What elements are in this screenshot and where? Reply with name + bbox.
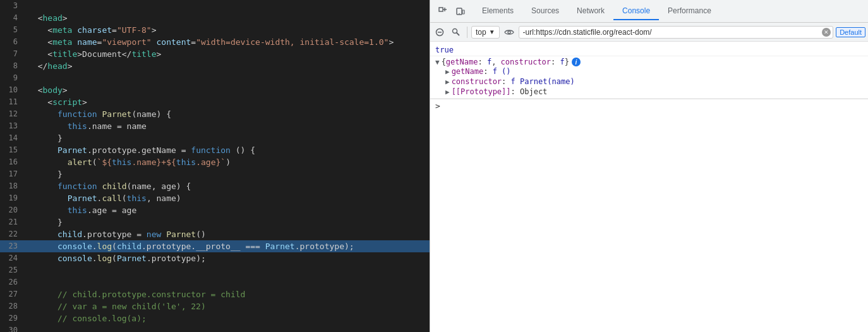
toolbar-separator [467, 27, 467, 38]
code-line: 15 Parnet.prototype.getName = function (… [0, 144, 430, 156]
devtools-tab-icons [435, 4, 468, 19]
code-line: 8 </head> [0, 60, 430, 72]
svg-point-8 [453, 28, 457, 33]
console-true-value: true [435, 46, 454, 54]
chevron-down-icon: ▼ [489, 28, 495, 35]
expand-arrow-constructor-icon[interactable] [445, 78, 450, 86]
property-key-prototype: [[Prototype]] [452, 87, 511, 96]
code-line: 18 function child(name, age) { [0, 180, 430, 192]
property-value-prototype: Object [520, 87, 547, 96]
filter-clear-button[interactable]: ✕ [822, 28, 831, 37]
code-line: 16 alert(`${this.name}+${this.age}`) [0, 156, 430, 168]
inspect-element-button[interactable] [435, 4, 450, 19]
code-editor: 3 4 <head> 5 <meta charset="UTF-8"> 6 <m… [0, 0, 430, 332]
property-key-constructor: constructor [452, 77, 502, 86]
code-line: 4 <head> [0, 12, 430, 24]
tab-performance[interactable]: Performance [659, 3, 720, 20]
svg-line-9 [457, 32, 460, 35]
object-subtree: getName : f () constructor : f Parnet(na… [435, 66, 575, 97]
code-line: 25 [0, 264, 430, 276]
info-icon[interactable]: i [572, 58, 581, 66]
code-line: 6 <meta name="viewport" content="width=d… [0, 36, 430, 48]
code-line: 11 <script> [0, 96, 430, 108]
code-line: 17 } [0, 168, 430, 180]
tab-sources[interactable]: Sources [522, 3, 568, 20]
filter-input[interactable] [519, 26, 834, 39]
code-line: 7 <title>Document</title> [0, 48, 430, 60]
code-line-highlighted: 23 console.log(child.prototype.__proto__… [0, 240, 430, 252]
code-line: 22 child.prototype = new Parnet() [0, 228, 430, 240]
code-line: 3 [0, 0, 430, 12]
property-key-getName: getName [452, 67, 484, 76]
code-line: 30 [0, 324, 430, 332]
code-line: 19 Parnet.call(this, name) [0, 192, 430, 204]
code-line: 26 [0, 276, 430, 288]
clear-console-button[interactable] [433, 25, 447, 39]
filter-input-wrap: ✕ [519, 26, 834, 39]
code-line: 21 } [0, 216, 430, 228]
console-toolbar: top ▼ ✕ Default [430, 23, 868, 42]
expand-arrow-getName-icon[interactable] [445, 68, 450, 76]
svg-rect-0 [439, 8, 443, 11]
console-entry-object: {getName: f, constructor: f} i getName :… [430, 56, 868, 99]
object-property-prototype: [[Prototype]] : Object [445, 87, 575, 97]
code-line: 29 // console.log(a); [0, 312, 430, 324]
console-output: true {getName: f, constructor: f} i getN… [430, 42, 868, 332]
context-value: top [476, 28, 486, 37]
code-lines: 3 4 <head> 5 <meta charset="UTF-8"> 6 <m… [0, 0, 430, 332]
object-header-row: {getName: f, constructor: f} i [435, 58, 581, 66]
property-value-constructor: f Parnet(name) [511, 77, 575, 86]
tab-elements[interactable]: Elements [473, 3, 522, 20]
console-chevron: > [435, 101, 440, 111]
console-input-line: > [430, 99, 868, 113]
code-line: 20 this.age = age [0, 204, 430, 216]
context-selector[interactable]: top ▼ [471, 26, 500, 39]
svg-rect-4 [462, 10, 464, 14]
svg-point-5 [459, 13, 460, 14]
code-line: 24 console.log(Parnet.prototype); [0, 252, 430, 264]
devtools-panel: Elements Sources Network Console Perform… [430, 0, 868, 332]
device-toolbar-button[interactable] [453, 4, 468, 19]
object-property-getName: getName : f () [445, 66, 575, 77]
console-input[interactable] [444, 102, 863, 111]
console-entry-true: true [430, 44, 868, 56]
expand-arrow-prototype-icon[interactable] [445, 88, 450, 96]
expand-arrow-icon[interactable] [435, 58, 440, 66]
devtools-tab-bar: Elements Sources Network Console Perform… [430, 0, 868, 23]
filter-button[interactable] [449, 25, 463, 39]
code-line: 12 function Parnet(name) { [0, 108, 430, 120]
code-line: 13 this.name = name [0, 120, 430, 132]
code-line: 10 <body> [0, 84, 430, 96]
default-badge: Default [836, 27, 865, 37]
tab-console[interactable]: Console [613, 3, 659, 20]
object-property-constructor: constructor : f Parnet(name) [445, 77, 575, 87]
code-line: 14 } [0, 132, 430, 144]
svg-point-10 [508, 31, 510, 34]
code-line: 9 [0, 72, 430, 84]
code-line: 28 // var a = new child('le', 22) [0, 300, 430, 312]
eye-button[interactable] [502, 25, 516, 39]
property-value-getName: f () [493, 67, 511, 76]
code-line: 5 <meta charset="UTF-8"> [0, 24, 430, 36]
object-header: {getName: f, constructor: f} [442, 58, 569, 66]
tab-network[interactable]: Network [568, 3, 613, 20]
code-line: 27 // child.prototype.constructor = chil… [0, 288, 430, 300]
